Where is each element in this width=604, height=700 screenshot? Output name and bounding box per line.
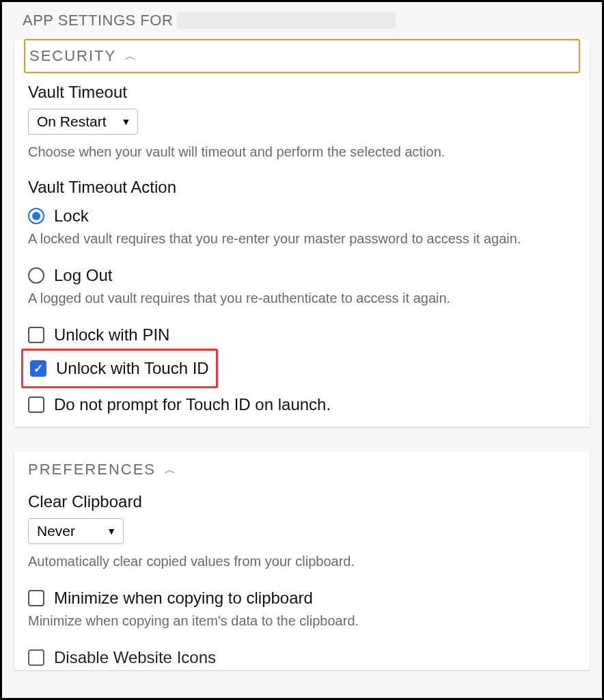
lock-helper: A locked vault requires that you re-ente…: [14, 228, 590, 260]
vault-timeout-helper: Choose when your vault will timeout and …: [14, 142, 590, 174]
unlock-touch-id-label: Unlock with Touch ID: [56, 359, 209, 378]
clear-clipboard-helper: Automatically clear copied values from y…: [14, 551, 590, 583]
checkbox-unchecked-icon: [28, 590, 44, 606]
disable-icons-label: Disable Website Icons: [54, 648, 216, 667]
minimize-copy-checkbox[interactable]: Minimize when copying to clipboard: [14, 583, 590, 610]
vault-timeout-value: On Restart: [37, 113, 107, 130]
security-heading-text: SECURITY: [29, 47, 116, 65]
logout-radio[interactable]: Log Out: [14, 260, 590, 288]
chevron-down-icon: ▼: [122, 116, 131, 127]
lock-radio-label: Lock: [54, 206, 89, 226]
vault-timeout-select[interactable]: On Restart ▼: [28, 109, 138, 135]
clear-clipboard-title: Clear Clipboard: [14, 488, 590, 515]
settings-window: APP SETTINGS FOR SECURITY ︿ Vault Timeou…: [0, 0, 604, 700]
chevron-up-icon: ︿: [124, 48, 138, 64]
preferences-section-header[interactable]: PREFERENCES ︿: [25, 451, 579, 488]
unlock-pin-checkbox[interactable]: Unlock with PIN: [14, 320, 590, 347]
checkbox-unchecked-icon: [28, 396, 44, 413]
preferences-heading-text: PREFERENCES: [28, 461, 156, 479]
radio-selected-icon: [28, 208, 44, 224]
vault-timeout-title: Vault Timeout: [14, 79, 590, 106]
security-card: SECURITY ︿ Vault Timeout On Restart ▼ Ch…: [14, 39, 590, 427]
radio-unselected-icon: [28, 267, 44, 284]
chevron-down-icon: ▼: [107, 526, 116, 537]
vault-timeout-action-title: Vault Timeout Action: [14, 174, 590, 201]
clear-clipboard-value: Never: [37, 523, 75, 539]
page-title-prefix: APP SETTINGS FOR: [23, 12, 173, 29]
unlock-touch-id-checkbox[interactable]: ✓ Unlock with Touch ID: [21, 349, 218, 388]
minimize-copy-label: Minimize when copying to clipboard: [54, 589, 313, 608]
unlock-pin-label: Unlock with PIN: [54, 325, 169, 345]
checkbox-unchecked-icon: [28, 327, 44, 343]
security-section-header[interactable]: SECURITY ︿: [24, 39, 580, 73]
logout-radio-label: Log Out: [54, 266, 112, 285]
no-prompt-touch-label: Do not prompt for Touch ID on launch.: [54, 395, 331, 414]
lock-radio[interactable]: Lock: [14, 201, 590, 228]
chevron-up-icon: ︿: [164, 461, 178, 478]
no-prompt-touch-checkbox[interactable]: Do not prompt for Touch ID on launch.: [14, 390, 590, 427]
preferences-card: PREFERENCES ︿ Clear Clipboard Never ▼ Au…: [14, 451, 590, 670]
account-identifier-redacted: [177, 12, 396, 29]
clear-clipboard-select[interactable]: Never ▼: [28, 518, 124, 544]
minimize-copy-helper: Minimize when copying an item's data to …: [14, 610, 590, 643]
logout-helper: A logged out vault requires that you re-…: [14, 288, 590, 320]
disable-icons-checkbox[interactable]: Disable Website Icons: [14, 643, 590, 670]
checkbox-checked-icon: ✓: [30, 360, 46, 377]
page-title: APP SETTINGS FOR: [2, 2, 602, 36]
checkbox-unchecked-icon: [28, 649, 44, 666]
